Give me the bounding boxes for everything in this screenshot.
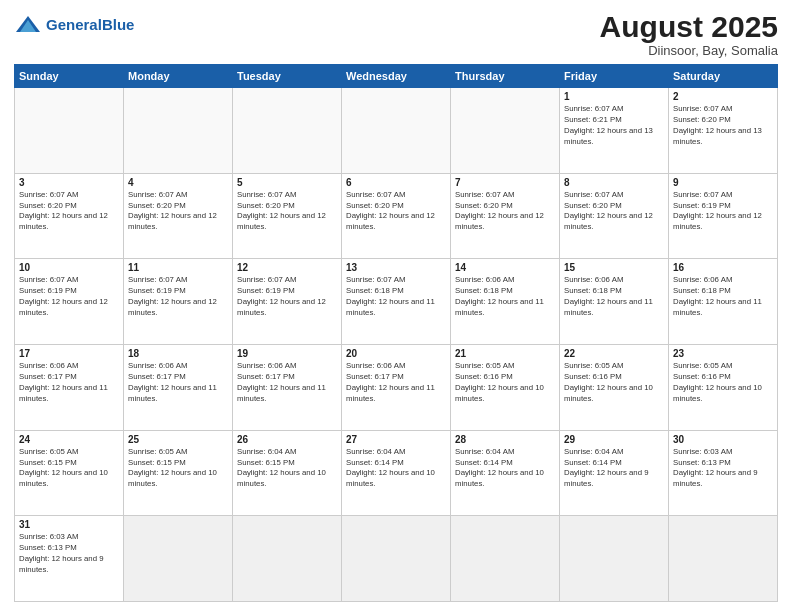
day-number: 26	[237, 434, 337, 445]
day-number: 5	[237, 177, 337, 188]
day-number: 21	[455, 348, 555, 359]
calendar-week-row: 1Sunrise: 6:07 AMSunset: 6:21 PMDaylight…	[15, 88, 778, 174]
day-number: 27	[346, 434, 446, 445]
day-number: 19	[237, 348, 337, 359]
day-info: Sunrise: 6:06 AMSunset: 6:17 PMDaylight:…	[19, 361, 119, 405]
table-row	[669, 516, 778, 602]
day-number: 10	[19, 262, 119, 273]
day-info: Sunrise: 6:07 AMSunset: 6:20 PMDaylight:…	[346, 190, 446, 234]
table-row: 7Sunrise: 6:07 AMSunset: 6:20 PMDaylight…	[451, 173, 560, 259]
table-row: 28Sunrise: 6:04 AMSunset: 6:14 PMDayligh…	[451, 430, 560, 516]
calendar-week-row: 10Sunrise: 6:07 AMSunset: 6:19 PMDayligh…	[15, 259, 778, 345]
table-row: 6Sunrise: 6:07 AMSunset: 6:20 PMDaylight…	[342, 173, 451, 259]
day-info: Sunrise: 6:07 AMSunset: 6:20 PMDaylight:…	[19, 190, 119, 234]
table-row	[342, 88, 451, 174]
col-thursday: Thursday	[451, 65, 560, 88]
table-row: 11Sunrise: 6:07 AMSunset: 6:19 PMDayligh…	[124, 259, 233, 345]
table-row: 1Sunrise: 6:07 AMSunset: 6:21 PMDaylight…	[560, 88, 669, 174]
day-info: Sunrise: 6:06 AMSunset: 6:17 PMDaylight:…	[128, 361, 228, 405]
day-number: 25	[128, 434, 228, 445]
header: GeneralBlue August 2025 Diinsoor, Bay, S…	[14, 10, 778, 58]
day-info: Sunrise: 6:05 AMSunset: 6:15 PMDaylight:…	[128, 447, 228, 491]
day-info: Sunrise: 6:07 AMSunset: 6:20 PMDaylight:…	[673, 104, 773, 148]
day-info: Sunrise: 6:06 AMSunset: 6:18 PMDaylight:…	[564, 275, 664, 319]
table-row: 30Sunrise: 6:03 AMSunset: 6:13 PMDayligh…	[669, 430, 778, 516]
table-row	[124, 88, 233, 174]
col-monday: Monday	[124, 65, 233, 88]
day-number: 23	[673, 348, 773, 359]
day-number: 9	[673, 177, 773, 188]
col-tuesday: Tuesday	[233, 65, 342, 88]
day-info: Sunrise: 6:03 AMSunset: 6:13 PMDaylight:…	[19, 532, 119, 576]
day-number: 16	[673, 262, 773, 273]
table-row: 13Sunrise: 6:07 AMSunset: 6:18 PMDayligh…	[342, 259, 451, 345]
day-info: Sunrise: 6:07 AMSunset: 6:20 PMDaylight:…	[237, 190, 337, 234]
table-row: 12Sunrise: 6:07 AMSunset: 6:19 PMDayligh…	[233, 259, 342, 345]
table-row: 3Sunrise: 6:07 AMSunset: 6:20 PMDaylight…	[15, 173, 124, 259]
day-number: 15	[564, 262, 664, 273]
table-row	[233, 516, 342, 602]
day-info: Sunrise: 6:07 AMSunset: 6:18 PMDaylight:…	[346, 275, 446, 319]
day-info: Sunrise: 6:04 AMSunset: 6:14 PMDaylight:…	[346, 447, 446, 491]
logo: GeneralBlue	[14, 14, 134, 36]
day-info: Sunrise: 6:05 AMSunset: 6:16 PMDaylight:…	[564, 361, 664, 405]
table-row	[233, 88, 342, 174]
day-info: Sunrise: 6:05 AMSunset: 6:16 PMDaylight:…	[673, 361, 773, 405]
day-info: Sunrise: 6:07 AMSunset: 6:19 PMDaylight:…	[19, 275, 119, 319]
day-info: Sunrise: 6:05 AMSunset: 6:15 PMDaylight:…	[19, 447, 119, 491]
day-number: 4	[128, 177, 228, 188]
col-sunday: Sunday	[15, 65, 124, 88]
day-number: 2	[673, 91, 773, 102]
table-row: 17Sunrise: 6:06 AMSunset: 6:17 PMDayligh…	[15, 344, 124, 430]
day-info: Sunrise: 6:07 AMSunset: 6:21 PMDaylight:…	[564, 104, 664, 148]
day-number: 17	[19, 348, 119, 359]
day-info: Sunrise: 6:04 AMSunset: 6:14 PMDaylight:…	[455, 447, 555, 491]
page-subtitle: Diinsoor, Bay, Somalia	[600, 43, 778, 58]
logo-general: General	[46, 16, 102, 33]
day-number: 3	[19, 177, 119, 188]
table-row: 8Sunrise: 6:07 AMSunset: 6:20 PMDaylight…	[560, 173, 669, 259]
calendar-week-row: 17Sunrise: 6:06 AMSunset: 6:17 PMDayligh…	[15, 344, 778, 430]
table-row: 5Sunrise: 6:07 AMSunset: 6:20 PMDaylight…	[233, 173, 342, 259]
title-block: August 2025 Diinsoor, Bay, Somalia	[600, 10, 778, 58]
table-row: 26Sunrise: 6:04 AMSunset: 6:15 PMDayligh…	[233, 430, 342, 516]
table-row	[124, 516, 233, 602]
table-row: 31Sunrise: 6:03 AMSunset: 6:13 PMDayligh…	[15, 516, 124, 602]
day-info: Sunrise: 6:06 AMSunset: 6:18 PMDaylight:…	[455, 275, 555, 319]
day-info: Sunrise: 6:04 AMSunset: 6:14 PMDaylight:…	[564, 447, 664, 491]
day-info: Sunrise: 6:06 AMSunset: 6:18 PMDaylight:…	[673, 275, 773, 319]
day-number: 12	[237, 262, 337, 273]
logo-icon	[14, 14, 42, 36]
table-row: 18Sunrise: 6:06 AMSunset: 6:17 PMDayligh…	[124, 344, 233, 430]
day-number: 11	[128, 262, 228, 273]
day-number: 14	[455, 262, 555, 273]
col-wednesday: Wednesday	[342, 65, 451, 88]
table-row	[15, 88, 124, 174]
day-info: Sunrise: 6:07 AMSunset: 6:20 PMDaylight:…	[564, 190, 664, 234]
day-number: 29	[564, 434, 664, 445]
table-row: 27Sunrise: 6:04 AMSunset: 6:14 PMDayligh…	[342, 430, 451, 516]
day-number: 20	[346, 348, 446, 359]
day-number: 31	[19, 519, 119, 530]
day-number: 8	[564, 177, 664, 188]
day-info: Sunrise: 6:07 AMSunset: 6:19 PMDaylight:…	[128, 275, 228, 319]
table-row: 23Sunrise: 6:05 AMSunset: 6:16 PMDayligh…	[669, 344, 778, 430]
table-row	[560, 516, 669, 602]
calendar-table: Sunday Monday Tuesday Wednesday Thursday…	[14, 64, 778, 602]
day-number: 22	[564, 348, 664, 359]
day-number: 28	[455, 434, 555, 445]
calendar-week-row: 3Sunrise: 6:07 AMSunset: 6:20 PMDaylight…	[15, 173, 778, 259]
day-number: 24	[19, 434, 119, 445]
table-row: 19Sunrise: 6:06 AMSunset: 6:17 PMDayligh…	[233, 344, 342, 430]
day-number: 18	[128, 348, 228, 359]
day-number: 30	[673, 434, 773, 445]
day-info: Sunrise: 6:07 AMSunset: 6:19 PMDaylight:…	[237, 275, 337, 319]
logo-text: GeneralBlue	[46, 17, 134, 34]
logo-blue: Blue	[102, 16, 135, 33]
table-row	[342, 516, 451, 602]
table-row: 9Sunrise: 6:07 AMSunset: 6:19 PMDaylight…	[669, 173, 778, 259]
day-info: Sunrise: 6:06 AMSunset: 6:17 PMDaylight:…	[237, 361, 337, 405]
calendar-week-row: 24Sunrise: 6:05 AMSunset: 6:15 PMDayligh…	[15, 430, 778, 516]
calendar-header-row: Sunday Monday Tuesday Wednesday Thursday…	[15, 65, 778, 88]
table-row: 14Sunrise: 6:06 AMSunset: 6:18 PMDayligh…	[451, 259, 560, 345]
